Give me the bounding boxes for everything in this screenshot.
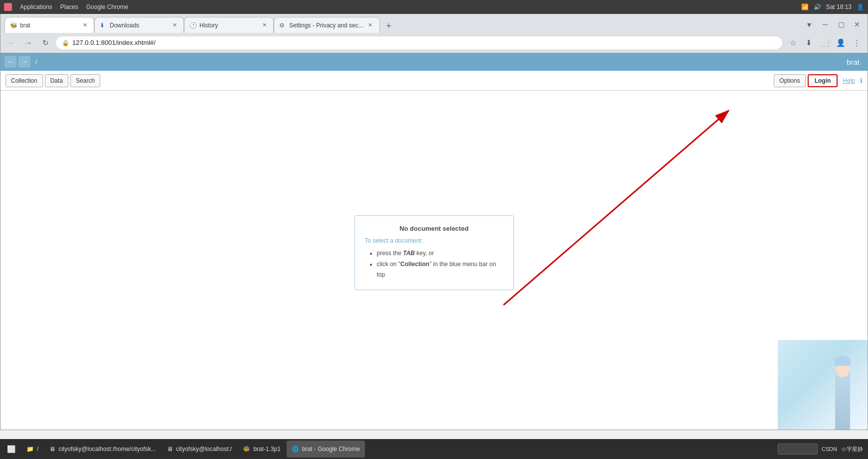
instruction-collection: click on "Collection" in the blue menu b… bbox=[377, 259, 504, 281]
window-minimize-button[interactable]: ─ bbox=[819, 18, 832, 31]
address-bar: ← → ↻ 🔒 127.0.0.1:8001/index.xhtml#/ ☆ ⬇… bbox=[0, 33, 868, 53]
tab-brat[interactable]: 🐝 brat ✕ bbox=[4, 17, 94, 33]
options-button[interactable]: Options bbox=[774, 74, 805, 87]
taskbar-show-desktop[interactable]: ⬜ bbox=[2, 441, 20, 458]
terminal2-icon: 🖥 bbox=[167, 446, 173, 453]
os-network-icon: 📶 bbox=[801, 3, 809, 10]
tab-dropdown-button[interactable]: ▾ bbox=[803, 18, 816, 31]
account-button[interactable]: 👤 bbox=[834, 36, 848, 50]
data-button[interactable]: Data bbox=[45, 74, 68, 87]
search-button[interactable]: Search bbox=[70, 74, 100, 87]
chrome-content: ← → / brat Collection Data Search Option… bbox=[0, 53, 868, 430]
help-link[interactable]: Help bbox=[840, 77, 858, 84]
instruction-tab: press the TAB key, or bbox=[377, 248, 504, 259]
brat-path: / bbox=[32, 58, 40, 66]
taskbar-terminal2[interactable]: 🖥 cityofsky@localhost:/ bbox=[162, 441, 237, 458]
brat-main-content: No document selected To select a documen… bbox=[0, 91, 868, 430]
brat-task-icon: 🐝 bbox=[243, 446, 250, 453]
brat-forward-button[interactable]: → bbox=[18, 56, 30, 68]
os-topbar-left: Applications Places Google Chrome bbox=[4, 3, 128, 11]
tab-downloads-title: Downloads bbox=[110, 22, 168, 29]
taskbar-terminal1[interactable]: 🖥 cityofsky@localhost:/home/cityofsk... bbox=[44, 441, 161, 458]
os-chrome-menu[interactable]: Google Chrome bbox=[86, 3, 129, 10]
download-indicator[interactable]: ⬇ bbox=[802, 36, 816, 50]
files-icon: 📁 bbox=[26, 446, 34, 453]
menu-button[interactable]: ⋮ bbox=[850, 36, 864, 50]
tab-bar-controls: ▾ ─ ▢ ✕ bbox=[803, 18, 864, 33]
tab-history[interactable]: 🕐 History ✕ bbox=[184, 17, 274, 33]
bookmark-button[interactable]: ☆ bbox=[786, 36, 800, 50]
tab-settings-title: Settings - Privacy and sec... bbox=[289, 22, 363, 29]
taskbar-chrome[interactable]: 🌐 brat - Google Chrome bbox=[287, 441, 365, 458]
brat-topbar: ← → / brat bbox=[0, 53, 868, 71]
no-doc-instructions: press the TAB key, or click on "Collecti… bbox=[365, 248, 504, 281]
brat-back-button[interactable]: ← bbox=[4, 56, 16, 68]
brat-app-title: brat bbox=[847, 58, 864, 66]
os-topbar-right: 📶 🔊 Sat 18:13 👤 bbox=[801, 3, 864, 10]
os-volume-icon: 🔊 bbox=[814, 3, 821, 10]
tab-history-close[interactable]: ✕ bbox=[260, 21, 268, 29]
tab-brat-title: brat bbox=[20, 22, 78, 29]
tab-key-highlight: TAB bbox=[403, 250, 415, 257]
os-clock: Sat 18:13 bbox=[826, 3, 852, 10]
taskbar-chrome-label: brat - Google Chrome bbox=[302, 446, 360, 453]
tab-settings[interactable]: ⚙ Settings - Privacy and sec... ✕ bbox=[274, 17, 380, 33]
help-icon: ℹ bbox=[860, 77, 863, 84]
forward-button[interactable]: → bbox=[21, 36, 35, 50]
os-topbar: Applications Places Google Chrome 📶 🔊 Sa… bbox=[0, 0, 868, 14]
tab-downloads-favicon: ⬇ bbox=[100, 22, 107, 29]
addr-right-icons: ☆ ⬇ ⬜ 👤 ⋮ bbox=[786, 36, 864, 50]
tab-settings-favicon: ⚙ bbox=[279, 22, 286, 29]
brat-menubar: Collection Data Search Options Login Hel… bbox=[0, 71, 868, 91]
tab-settings-close[interactable]: ✕ bbox=[366, 21, 374, 29]
taskbar-input[interactable] bbox=[778, 444, 818, 455]
csdn-label: CSDN bbox=[822, 446, 837, 452]
os-applications-menu[interactable]: Applications bbox=[20, 3, 52, 10]
tab-history-title: History bbox=[199, 22, 257, 29]
show-desktop-icon: ⬜ bbox=[7, 445, 15, 453]
taskbar-files-label: / bbox=[37, 446, 38, 453]
collection-button[interactable]: Collection bbox=[5, 74, 43, 87]
login-button[interactable]: Login bbox=[808, 74, 838, 87]
reload-button[interactable]: ↻ bbox=[38, 36, 52, 50]
os-user-icon: 👤 bbox=[857, 3, 864, 10]
no-doc-title: No document selected bbox=[365, 225, 504, 232]
decorative-anime-image bbox=[778, 340, 868, 430]
lock-icon: 🔒 bbox=[62, 39, 69, 46]
new-tab-button[interactable]: + bbox=[382, 19, 396, 33]
terminal1-icon: 🖥 bbox=[49, 446, 55, 453]
taskbar-terminal1-label: cityofsky@localhost:/home/cityofsk... bbox=[58, 446, 156, 453]
address-input-wrap[interactable]: 🔒 127.0.0.1:8001/index.xhtml#/ bbox=[55, 36, 783, 50]
svg-line-1 bbox=[504, 111, 728, 305]
no-document-box: No document selected To select a documen… bbox=[354, 215, 514, 290]
tab-brat-close[interactable]: ✕ bbox=[81, 21, 89, 29]
os-places-menu[interactable]: Places bbox=[60, 3, 78, 10]
taskbar-star-label: ☆宇星静 bbox=[841, 446, 863, 453]
taskbar-brat-label: brat-1.3p1 bbox=[253, 446, 281, 453]
tab-brat-favicon: 🐝 bbox=[10, 22, 17, 29]
tab-history-favicon: 🕐 bbox=[189, 22, 196, 29]
taskbar-terminal2-label: cityofsky@localhost:/ bbox=[176, 446, 232, 453]
taskbar-brat[interactable]: 🐝 brat-1.3p1 bbox=[238, 441, 286, 458]
chrome-window: 🐝 brat ✕ ⬇ Downloads ✕ 🕐 History ✕ ⚙ Set… bbox=[0, 14, 868, 430]
no-doc-subtitle: To select a document: bbox=[365, 237, 504, 244]
chrome-task-icon: 🌐 bbox=[292, 446, 299, 453]
split-view-button[interactable]: ⬜ bbox=[818, 36, 832, 50]
taskbar: ⬜ 📁 / 🖥 cityofsky@localhost:/home/cityof… bbox=[0, 439, 868, 459]
collection-link-highlight: Collection bbox=[400, 261, 429, 268]
os-app-icon bbox=[4, 3, 12, 11]
tab-bar: 🐝 brat ✕ ⬇ Downloads ✕ 🕐 History ✕ ⚙ Set… bbox=[0, 14, 868, 33]
window-close-button[interactable]: ✕ bbox=[851, 18, 864, 31]
tab-downloads-close[interactable]: ✕ bbox=[171, 21, 178, 29]
window-restore-button[interactable]: ▢ bbox=[835, 18, 848, 31]
taskbar-files[interactable]: 📁 / bbox=[21, 441, 43, 458]
address-text: 127.0.0.1:8001/index.xhtml#/ bbox=[72, 39, 776, 46]
taskbar-right: CSDN ☆宇星静 bbox=[778, 444, 866, 455]
back-button[interactable]: ← bbox=[4, 36, 18, 50]
tab-downloads[interactable]: ⬇ Downloads ✕ bbox=[94, 17, 184, 33]
